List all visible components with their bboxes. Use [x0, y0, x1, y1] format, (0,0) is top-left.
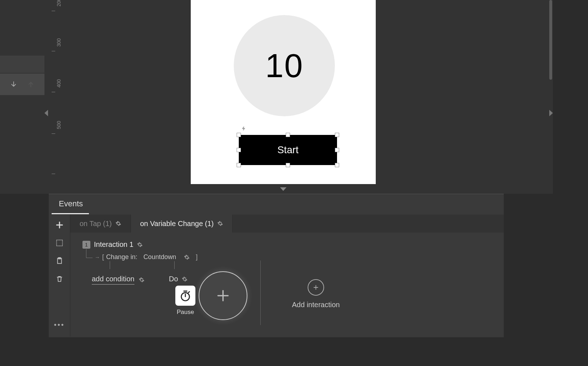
tree-line [86, 258, 93, 258]
gear-icon[interactable] [184, 254, 190, 260]
ruler-tick-label: 400 [56, 79, 62, 88]
artboard[interactable]: 10 Start [191, 0, 376, 184]
ruler-tick [52, 133, 55, 134]
arrow-right-icon: → [95, 254, 100, 260]
start-button-selection[interactable]: Start [239, 135, 337, 165]
gear-icon[interactable] [217, 221, 223, 226]
tree-line [110, 261, 110, 269]
canvas-nav-left-icon[interactable] [44, 110, 48, 116]
selection-handle[interactable] [286, 163, 290, 167]
selection-handle[interactable] [237, 133, 241, 137]
workarea-divider [260, 261, 261, 325]
start-button-label: Start [277, 144, 298, 156]
events-panel: Events ••• on Tap (1) on Variable Change… [49, 194, 504, 337]
ruler-vertical: 200 300 400 500 [47, 0, 61, 187]
trigger-prefix: Change in: [106, 253, 137, 261]
sidebar-row-active[interactable] [0, 56, 44, 73]
action-pause-label: Pause [174, 309, 196, 316]
gear-icon[interactable] [139, 277, 144, 283]
arrow-up-icon[interactable] [27, 80, 35, 88]
plus-circle-icon [308, 279, 324, 296]
ruler-tick [52, 11, 55, 11]
ruler-tick-label: 200 [56, 0, 62, 6]
stopwatch-icon [175, 286, 195, 306]
clipboard-icon[interactable] [55, 256, 64, 266]
layout-icon[interactable] [55, 238, 64, 248]
counter-value: 10 [265, 47, 303, 85]
more-icon[interactable]: ••• [55, 320, 64, 329]
tab-on-variable-change[interactable]: on Variable Change (1) [131, 215, 233, 233]
event-tabs: on Tap (1) on Variable Change (1) [70, 215, 504, 233]
interaction-name: Interaction 1 [94, 240, 133, 249]
do-label: Do [169, 275, 178, 283]
trigger-row[interactable]: → [ Change in: Countdown ] [95, 253, 198, 261]
ruler-tick [52, 92, 55, 92]
ruler-tick [52, 174, 55, 174]
interaction-header[interactable]: 1 Interaction 1 [82, 240, 143, 249]
trash-icon[interactable] [55, 274, 64, 283]
selection-handle[interactable] [237, 148, 241, 152]
gear-icon[interactable] [182, 276, 188, 282]
add-event-button[interactable] [55, 220, 64, 230]
svg-rect-0 [56, 240, 62, 246]
action-pause[interactable]: Pause [174, 286, 196, 316]
arrow-down-icon[interactable] [10, 80, 18, 88]
do-label-group: Do [169, 275, 188, 283]
canvas-scrollbar[interactable] [549, 0, 552, 80]
events-panel-header[interactable]: Events [49, 194, 504, 213]
events-panel-title: Events [59, 199, 83, 208]
add-interaction-button[interactable]: Add interaction [276, 279, 355, 309]
tree-line [174, 261, 175, 269]
gear-icon[interactable] [115, 221, 121, 226]
interaction-number-badge: 1 [82, 241, 90, 249]
bracket: [ [102, 253, 104, 261]
ruler-tick-label: 500 [56, 121, 62, 129]
bracket: ] [196, 253, 198, 261]
add-interaction-label: Add interaction [276, 301, 355, 309]
add-condition-label: add condition [92, 275, 134, 285]
tab-label: on Variable Change (1) [140, 220, 214, 228]
selection-handle[interactable] [335, 148, 339, 152]
tab-on-tap[interactable]: on Tap (1) [70, 215, 131, 233]
gear-icon[interactable] [137, 242, 143, 248]
events-tab-underline [52, 213, 89, 214]
selection-handle[interactable] [237, 163, 241, 167]
interaction-bolt-icon [241, 125, 247, 134]
selection-handle[interactable] [286, 133, 290, 137]
tree-line [86, 249, 86, 258]
plus-icon [215, 288, 231, 303]
selection-handle[interactable] [335, 163, 339, 167]
add-action-button[interactable] [199, 271, 247, 320]
event-workarea: 1 Interaction 1 → [ Change in: Countdown… [70, 233, 504, 337]
events-toolbar: ••• [49, 215, 70, 337]
counter-circle[interactable]: 10 [234, 15, 335, 116]
start-button[interactable]: Start [239, 135, 337, 165]
add-condition-button[interactable]: add condition [92, 275, 144, 285]
sidebar-arrows-row [0, 74, 44, 95]
tab-label: on Tap (1) [80, 220, 112, 228]
canvas-nav-right-icon[interactable] [549, 110, 553, 116]
left-sidebar [0, 0, 44, 194]
ruler-tick [52, 51, 55, 51]
canvas-nav-down-icon[interactable] [280, 187, 286, 191]
trigger-variable: Countdown [143, 253, 176, 261]
ruler-tick-label: 300 [56, 38, 62, 47]
selection-handle[interactable] [335, 133, 339, 137]
canvas-area[interactable]: 200 300 400 500 10 Start [44, 0, 553, 194]
